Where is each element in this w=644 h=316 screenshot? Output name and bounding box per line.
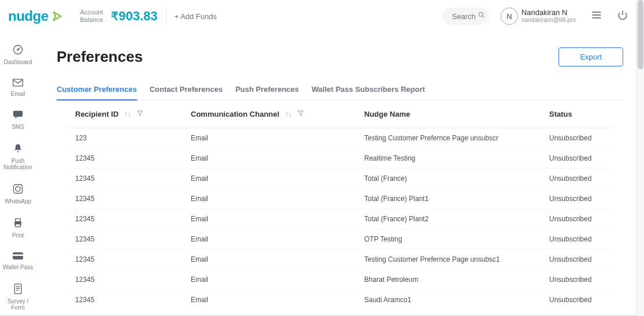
svg-rect-12 xyxy=(16,219,20,222)
col-label: Recipient ID xyxy=(75,110,119,118)
table-row[interactable]: 123EmailTesting Customer Prefernce Page … xyxy=(68,128,612,148)
col-header-nudge-name[interactable]: Nudge Name xyxy=(364,110,549,118)
cell-channel: Email xyxy=(191,134,364,142)
account-balance-label: Account Balance xyxy=(80,9,103,24)
cell-recipient-id: 12345 xyxy=(75,296,191,304)
cell-channel: Email xyxy=(191,255,364,263)
sort-icon[interactable]: ↑↓ xyxy=(124,110,131,118)
cell-nudge-name: Total (France) xyxy=(364,174,549,183)
col-label: Communication Channel xyxy=(191,110,279,118)
cell-channel: Email xyxy=(191,235,364,243)
svg-rect-9 xyxy=(13,185,22,194)
cell-recipient-id: 12345 xyxy=(75,195,191,203)
tab-push-preferences[interactable]: Push Preferences xyxy=(235,79,299,100)
cell-nudge-name: Total (France) Plant2 xyxy=(364,215,549,223)
cell-channel: Email xyxy=(191,174,364,183)
table-row[interactable]: 12345EmailBharat PetroleumUnsubscribed xyxy=(68,269,612,289)
cell-status: Unsubscribed xyxy=(549,255,605,263)
svg-point-0 xyxy=(479,12,483,16)
svg-line-1 xyxy=(483,16,484,18)
power-icon[interactable] xyxy=(617,10,628,23)
account-balance-amount: ₹903.83 xyxy=(111,9,157,24)
scrollbar[interactable] xyxy=(636,0,644,316)
svg-rect-16 xyxy=(14,284,21,294)
tab-contact-preferences[interactable]: Contact Preferences xyxy=(150,79,223,100)
search-input[interactable] xyxy=(452,12,478,21)
sidebar-item-label: Wallet Pass xyxy=(3,264,33,270)
sidebar-item-whatsapp[interactable]: WhatsApp xyxy=(5,183,31,205)
sidebar-item-print[interactable]: Print xyxy=(12,217,24,239)
sidebar-item-sms[interactable]: SMS xyxy=(12,110,24,130)
table-row[interactable]: 12345EmailOTP TestingUnsubscribed xyxy=(68,229,612,249)
cell-nudge-name: Realtime Testing xyxy=(364,154,549,162)
hamburger-icon[interactable] xyxy=(591,9,602,23)
whatsapp-icon xyxy=(12,183,24,196)
cell-recipient-id: 12345 xyxy=(75,276,191,284)
main-content: Preferences Export Customer Preferences … xyxy=(36,32,644,316)
filter-icon[interactable] xyxy=(297,110,304,118)
sidebar-item-email[interactable]: Email xyxy=(10,78,25,97)
table-row[interactable]: 12345EmailRealtime TestingUnsubscribed xyxy=(68,148,612,168)
cell-recipient-id: 12345 xyxy=(75,215,191,223)
balance-value: 903.83 xyxy=(119,9,157,23)
search-input-wrap[interactable] xyxy=(443,8,489,25)
currency-symbol: ₹ xyxy=(111,10,119,23)
col-label: Nudge Name xyxy=(364,110,410,118)
table-row[interactable]: 12345EmailSaudi Aramco1Unsubscribed xyxy=(68,289,612,310)
cell-status: Unsubscribed xyxy=(549,154,605,162)
cell-channel: Email xyxy=(191,215,364,223)
cell-status: Unsubscribed xyxy=(549,134,605,142)
sidebar-item-label: Email xyxy=(10,91,25,97)
export-button[interactable]: Export xyxy=(558,47,623,66)
cell-status: Unsubscribed xyxy=(549,195,605,203)
table-row[interactable]: 12345EmailTotal (France) Plant1Unsubscri… xyxy=(68,188,612,209)
account-label-line2: Balance xyxy=(80,16,103,24)
cell-nudge-name: Testing Customer Prefernce Page unsubscr xyxy=(364,134,549,142)
search-icon[interactable] xyxy=(478,11,486,21)
svg-point-7 xyxy=(17,49,18,50)
divider xyxy=(166,8,166,24)
cell-nudge-name: Total (France) Plant1 xyxy=(364,195,549,203)
printer-icon xyxy=(12,217,24,230)
user-menu[interactable]: N Nandakiran N nandakirann@tilli.pro xyxy=(501,8,576,25)
user-email: nandakirann@tilli.pro xyxy=(521,16,576,24)
document-icon xyxy=(13,283,23,296)
table-row[interactable]: 12345EmailTotal (France) Plant2Unsubscri… xyxy=(68,209,612,229)
cell-nudge-name: OTP Testing xyxy=(364,235,549,243)
sidebar-item-survey[interactable]: Survey / Form xyxy=(0,283,36,311)
tab-customer-preferences[interactable]: Customer Preferences xyxy=(57,79,137,101)
brand-logo[interactable]: nudge xyxy=(8,8,63,24)
sidebar-item-label: Survey / Form xyxy=(0,298,36,311)
cell-recipient-id: 12345 xyxy=(75,174,191,183)
sidebar-item-dashboard[interactable]: Dashboard xyxy=(4,44,32,65)
cell-recipient-id: 12345 xyxy=(75,154,191,162)
preferences-table: Recipient ID ↑↓ Communication Channel ↑↓… xyxy=(57,101,623,310)
sidebar-item-label: WhatsApp xyxy=(5,198,31,205)
table-body: 123EmailTesting Customer Prefernce Page … xyxy=(68,128,612,310)
gauge-icon xyxy=(12,44,24,57)
svg-point-10 xyxy=(16,187,20,191)
table-row[interactable]: 12345EmailTesting Customer Prefernce Pag… xyxy=(68,249,612,269)
avatar: N xyxy=(501,8,518,25)
sidebar-item-walletpass[interactable]: Wallet Pass xyxy=(3,251,33,270)
cell-nudge-name: Bharat Petroleum xyxy=(364,276,549,284)
cell-status: Unsubscribed xyxy=(549,174,605,183)
cell-recipient-id: 12345 xyxy=(75,255,191,263)
table-header: Recipient ID ↑↓ Communication Channel ↑↓… xyxy=(68,101,612,128)
sort-icon[interactable]: ↑↓ xyxy=(285,110,292,118)
svg-rect-8 xyxy=(13,111,23,117)
col-header-recipient-id[interactable]: Recipient ID ↑↓ xyxy=(75,110,191,118)
cell-channel: Email xyxy=(191,296,364,304)
bell-icon xyxy=(12,143,24,155)
add-funds-link[interactable]: + Add Funds xyxy=(175,12,217,21)
col-header-communication-channel[interactable]: Communication Channel ↑↓ xyxy=(191,110,364,118)
table-row[interactable]: 12345EmailTotal (France)Unsubscribed xyxy=(68,168,612,188)
tab-wallet-pass-subscribers[interactable]: Wallet Pass Subscribers Report xyxy=(312,79,425,100)
filter-icon[interactable] xyxy=(136,110,143,118)
sidebar-item-push[interactable]: Push Notification xyxy=(0,143,36,170)
cell-status: Unsubscribed xyxy=(549,296,605,304)
scrollbar-thumb[interactable] xyxy=(638,0,643,69)
account-label-line1: Account xyxy=(80,9,103,16)
user-text: Nandakiran N nandakirann@tilli.pro xyxy=(521,9,576,24)
col-header-status[interactable]: Status xyxy=(549,110,605,118)
